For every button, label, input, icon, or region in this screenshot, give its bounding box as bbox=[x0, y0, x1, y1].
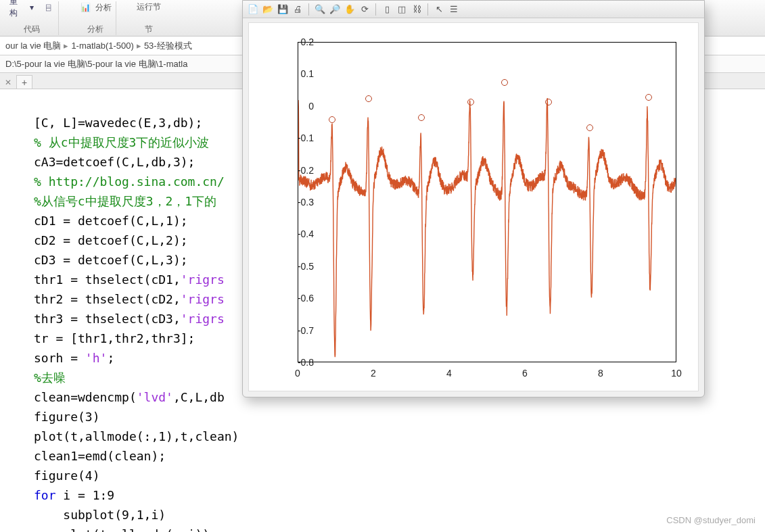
toolbar-section-label: 节 bbox=[145, 24, 153, 35]
code-line: figure(3) bbox=[34, 410, 100, 424]
peak-marker-icon bbox=[467, 99, 474, 105]
toolbar-code-label: 代码 bbox=[24, 24, 40, 35]
y-tick-label: -0.8 bbox=[298, 357, 314, 368]
y-tick-label: 0 bbox=[308, 101, 314, 112]
analyze-button[interactable]: 📊 bbox=[79, 1, 91, 14]
zoom-out-icon[interactable]: 🔎 bbox=[329, 3, 341, 16]
code-line: subplot(9,1,i) bbox=[34, 508, 166, 522]
code-line: plot(t,allmode(:,1),t,clean) bbox=[34, 429, 239, 443]
new-figure-icon[interactable]: 📄 bbox=[247, 3, 259, 16]
link-icon[interactable]: ⛓ bbox=[411, 3, 423, 16]
save-icon[interactable]: 💾 bbox=[277, 3, 289, 16]
figure-toolbar: 📄 📂 💾 🖨 🔍 🔎 ✋ ⟳ ▯ ◫ ⛓ ↖ ☰ bbox=[243, 1, 704, 18]
peak-marker-icon bbox=[586, 124, 593, 131]
x-tick-label: 10 bbox=[671, 368, 682, 379]
x-tick-label: 4 bbox=[446, 368, 452, 379]
breadcrumb-part[interactable]: 53-经验模式 bbox=[144, 40, 192, 52]
peak-marker-icon bbox=[501, 79, 508, 86]
code-line: [C, L]=wavedec(E,3,db); bbox=[34, 116, 202, 130]
toolbar-separator bbox=[308, 3, 309, 16]
zoom-in-icon[interactable]: 🔍 bbox=[314, 3, 326, 16]
code-comment: %去噪 bbox=[34, 370, 66, 385]
format-button[interactable]: ⌸ bbox=[42, 1, 54, 14]
code-line: figure(4) bbox=[34, 468, 100, 483]
analyze-button-label: 分析 bbox=[95, 2, 112, 14]
open-icon[interactable]: 📂 bbox=[262, 3, 274, 16]
peak-marker-icon bbox=[329, 116, 335, 123]
watermark: CSDN @studyer_domi bbox=[666, 515, 756, 525]
code-line: cD3 = detcoef(C,L,3); bbox=[34, 253, 188, 267]
insert-colorbar-icon[interactable]: ☰ bbox=[448, 3, 460, 16]
code-comment: % 从c中提取尺度3下的近似小波 bbox=[34, 135, 209, 149]
y-tick-label: -0.5 bbox=[298, 261, 314, 272]
x-tick-label: 8 bbox=[598, 368, 603, 379]
y-tick-label: -0.1 bbox=[298, 132, 314, 143]
breadcrumb-part[interactable]: our la vie 电脑 bbox=[5, 40, 61, 52]
indent-button[interactable]: ▾ bbox=[26, 1, 38, 14]
y-tick-label: 0.2 bbox=[301, 37, 314, 47]
run-section-button[interactable]: 运行节 bbox=[137, 1, 161, 13]
axes-box[interactable] bbox=[298, 42, 676, 362]
breadcrumb-separator-icon: ▸ bbox=[64, 41, 68, 51]
code-line: thr2 = thselect(cD2,'rigrs bbox=[34, 292, 225, 306]
peak-marker-icon bbox=[545, 99, 552, 105]
code-line: thr3 = thselect(cD3,'rigrs bbox=[34, 312, 225, 326]
toolbar-group-analyze: 📊 分析 分析 bbox=[75, 1, 116, 35]
brush-icon[interactable]: ◫ bbox=[396, 3, 408, 16]
toolbar-separator bbox=[427, 3, 428, 16]
code-line: plot(t,allmode(:,i)) bbox=[34, 527, 210, 532]
toolbar-analyze-label: 分析 bbox=[87, 24, 103, 35]
y-tick-label: -0.6 bbox=[298, 293, 314, 304]
peak-marker-icon bbox=[645, 94, 652, 101]
peak-marker-icon bbox=[365, 95, 372, 102]
add-tab-button[interactable]: + bbox=[16, 75, 32, 89]
rotate-icon[interactable]: ⟳ bbox=[358, 3, 371, 16]
signal-plot bbox=[298, 43, 676, 362]
code-line: sorh = 'h'; bbox=[34, 351, 114, 365]
x-tick-label: 6 bbox=[522, 368, 528, 379]
figure-window[interactable]: 📄 📂 💾 🖨 🔍 🔎 ✋ ⟳ ▯ ◫ ⛓ ↖ ☰ 0.20.10-0.1-0.… bbox=[242, 0, 705, 397]
breadcrumb-separator-icon: ▸ bbox=[137, 41, 141, 51]
code-line: thr1 = thselect(cD1,'rigrs bbox=[34, 272, 225, 287]
x-tick-label: 2 bbox=[371, 368, 376, 379]
restructure-button[interactable]: 重构 bbox=[9, 1, 22, 14]
breadcrumb-part[interactable]: 1-matlab(1-500) bbox=[71, 41, 134, 51]
pan-icon[interactable]: ✋ bbox=[344, 3, 356, 16]
toolbar-group-code: 重构 ▾ ⌸ 代码 bbox=[5, 1, 59, 35]
toolbar-separator bbox=[375, 3, 376, 16]
code-line: cD1 = detcoef(C,L,1); bbox=[34, 214, 188, 228]
print-icon[interactable]: 🖨 bbox=[292, 3, 304, 16]
pointer-icon[interactable]: ↖ bbox=[433, 3, 445, 16]
y-tick-label: -0.7 bbox=[298, 325, 314, 336]
close-icon[interactable]: ✕ bbox=[3, 76, 14, 89]
code-line: cA3=detcoef(C,L,db,3); bbox=[34, 155, 195, 169]
data-cursor-icon[interactable]: ▯ bbox=[381, 3, 393, 16]
code-line: cD2 = detcoef(C,L,2); bbox=[34, 233, 188, 247]
peak-marker-icon bbox=[418, 114, 425, 121]
y-tick-label: -0.3 bbox=[298, 197, 314, 208]
toolbar-group-run: 运行节 节 bbox=[133, 1, 165, 35]
code-line: clean1=emd(clean); bbox=[34, 449, 166, 463]
y-tick-label: -0.2 bbox=[298, 165, 314, 176]
y-tick-label: 0.1 bbox=[301, 68, 314, 79]
code-line: tr = [thr1,thr2,thr3]; bbox=[34, 331, 195, 345]
y-tick-label: -0.4 bbox=[298, 228, 314, 239]
axes-area[interactable]: 0.20.10-0.1-0.2-0.3-0.4-0.5-0.6-0.7-0.8 … bbox=[248, 22, 699, 391]
code-line: clean=wdencmp('lvd',C,L,db bbox=[34, 390, 225, 404]
code-comment: % http://blog.sina.com.cn/ bbox=[34, 174, 225, 189]
code-line: for i = 1:9 bbox=[34, 488, 114, 502]
code-comment: %从信号c中提取尺度3，2，1下的 bbox=[34, 194, 216, 208]
x-tick-label: 0 bbox=[295, 368, 300, 379]
